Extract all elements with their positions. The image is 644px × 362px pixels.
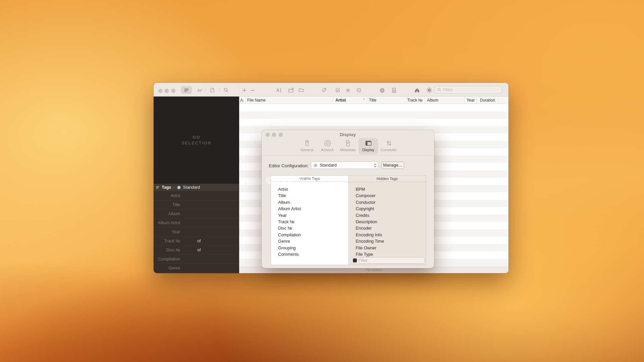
column-header-year[interactable]: Year [465,97,477,104]
folder-icon [299,88,304,93]
list-icon [156,185,160,189]
globe-icon [379,87,385,93]
titlebar[interactable] [154,83,508,97]
home-icon [414,87,420,93]
visible-tags-header: Visible Tags [271,176,348,182]
list-item[interactable]: Title [271,192,348,199]
tab-display[interactable]: Display [359,138,378,155]
toolbar-filter-field[interactable] [434,86,502,94]
preferences-tab-bar: General Artwork Metadata [262,138,434,155]
hidden-tags-filter-field[interactable] [351,257,425,264]
hidden-tags-header: Hidden Tags [348,176,426,182]
list-item[interactable]: Disc № [271,225,348,231]
field-genre[interactable]: Genre [154,264,239,273]
web-button[interactable] [378,87,386,93]
minimize-button[interactable] [165,89,169,93]
text-format-button[interactable] [275,87,282,93]
settings-button[interactable] [426,87,433,93]
no-selection-text: SELECTION [181,140,211,146]
folder-button[interactable] [298,87,305,93]
tab-metadata[interactable]: Metadata [338,138,358,155]
list-item[interactable]: Credits [349,212,426,219]
editor-configuration-label: Editor Configuration: [262,163,309,168]
display-preferences-dialog: Display General Artwork [262,130,434,268]
list-item[interactable]: Encoding Time [349,238,426,244]
breadcrumb: Tags › Standard [154,184,239,191]
column-header-filler [499,97,508,104]
column-header-a[interactable]: A. [239,97,245,104]
breadcrumb-profile[interactable]: Standard [183,185,200,190]
search-icon [437,87,441,92]
new-folder-icon [288,88,294,93]
no-selection-panel: NO SELECTION [154,97,239,184]
convert-arrows-icon [385,139,393,147]
remove-button[interactable] [249,87,256,93]
list-item[interactable]: Description [349,219,426,225]
zoom-button[interactable] [171,89,175,93]
manage-button[interactable]: Manage… [381,162,404,169]
list-item[interactable]: Album [271,199,348,205]
filter-icon [353,258,357,262]
list-item[interactable]: Encoding Info [349,232,426,238]
gear-icon [426,87,432,93]
tab-artwork[interactable]: Artwork [318,138,337,155]
empty-table-text: No items [366,268,381,272]
list-item[interactable]: Album Artist [271,205,348,212]
field-year[interactable]: Year [154,228,239,237]
add-button[interactable] [240,87,248,93]
list-item[interactable]: Year [271,212,348,219]
dialog-title: Display [262,132,434,137]
field-disc-number[interactable]: Disc № of [154,246,239,255]
hidden-tags-filter-input[interactable] [359,258,416,263]
waveform-button[interactable] [196,87,203,93]
list-item[interactable]: Copyright [349,205,426,212]
home-button[interactable] [413,87,421,93]
list-item[interactable]: Comments [271,251,348,257]
list-item[interactable]: Composer [349,192,426,199]
editor-configuration-popup[interactable]: Standard [311,162,378,169]
sidebar-list-icon [184,87,189,93]
field-title[interactable]: Title [154,200,239,209]
column-header-title[interactable]: Title [367,97,407,104]
number-button[interactable] [344,87,352,93]
list-item[interactable]: File Owner [349,245,426,251]
field-compilation[interactable]: Compilation [154,255,239,264]
close-button[interactable] [158,89,162,93]
list-item[interactable]: Track № [271,219,348,225]
remove-circle-button[interactable] [355,87,363,93]
tab-general[interactable]: General [297,138,317,155]
tab-converter[interactable]: Converter [379,138,398,155]
field-artist[interactable]: Artist [154,191,239,200]
list-item[interactable]: Encoder [349,225,426,231]
column-header-album[interactable]: Album [425,97,465,104]
list-item[interactable]: Grouping [271,245,348,251]
field-album-artist[interactable]: Album Artist [154,219,239,228]
stepper-chevrons-icon [374,163,377,168]
column-header-artist-sorted[interactable]: Artist ^ [333,97,367,104]
column-header-track-number[interactable]: Track № [407,97,425,104]
metadata-document-icon [344,139,352,147]
list-item[interactable]: File Type [349,251,426,257]
field-album[interactable]: Album [154,209,239,219]
list-item[interactable]: Genre [271,238,348,244]
popup-selected-value: Standard [320,163,372,168]
new-folder-button[interactable] [287,87,294,93]
sidebar-search-button[interactable] [222,87,230,93]
list-item[interactable]: BPM [349,186,426,192]
switch-icon [303,139,311,147]
tag-button[interactable] [320,87,328,93]
device-button[interactable] [390,87,397,93]
visible-tags-list: Artist Title Album Album Artist Year Tra… [271,182,348,265]
column-header-duration[interactable]: Duration [477,97,499,104]
list-item[interactable]: Compilation [271,232,348,238]
edit-button[interactable] [334,87,341,93]
field-track-number[interactable]: Track № of [154,237,239,246]
document-button[interactable] [208,87,216,93]
breadcrumb-tags[interactable]: Tags [162,185,171,190]
table-header: A. File Name Artist ^ Title Track № Albu… [239,97,508,104]
list-item[interactable]: Conductor [349,199,426,205]
column-header-file-name[interactable]: File Name [245,97,333,104]
toolbar-filter-input[interactable] [443,87,493,92]
list-item[interactable]: Artist [271,186,348,192]
sidebar-list-button[interactable] [181,86,192,94]
